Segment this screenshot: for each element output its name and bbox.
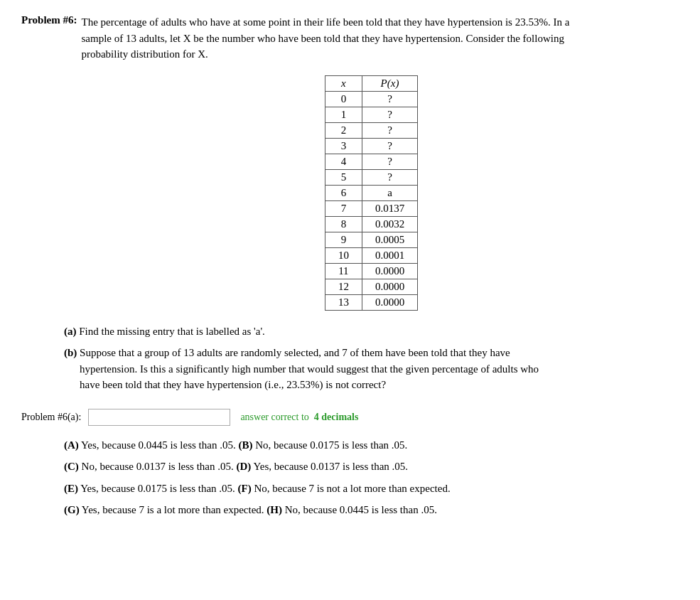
problem-description: The percentage of adults who have at som… <box>81 14 569 63</box>
choices-section: (A) Yes, because 0.0445 is less than .05… <box>64 437 679 518</box>
table-cell-x: 1 <box>325 107 362 122</box>
table-cell-x: 11 <box>325 263 362 279</box>
probability-table: x P(x) 0?1?2?3?4?5?6a70.013780.003290.00… <box>325 75 418 311</box>
problem-text-line2: sample of 13 adults, let X be the number… <box>81 33 564 44</box>
answer-label: Problem #6(a): <box>21 412 81 423</box>
answer-note-bold: 4 decimals <box>314 412 359 422</box>
table-cell-x: 5 <box>325 169 362 185</box>
table-cell-x: 4 <box>325 154 362 169</box>
part-b-line2: hypertension. Is this a significantly hi… <box>80 363 539 375</box>
col-px-header: P(x) <box>362 75 417 91</box>
probability-table-container: x P(x) 0?1?2?3?4?5?6a70.013780.003290.00… <box>64 75 679 311</box>
problem-text-line1: The percentage of adults who have at som… <box>81 16 569 28</box>
col-x-header: x <box>325 75 362 91</box>
choice-row: (A) Yes, because 0.0445 is less than .05… <box>64 437 679 454</box>
choice-text-b: No, because 7 is not a lot more than exp… <box>252 483 451 494</box>
table-cell-x: 12 <box>325 279 362 294</box>
choice-label-b: (D) <box>236 461 251 472</box>
table-cell-x: 13 <box>325 294 362 310</box>
table-cell-px: 0.0000 <box>362 294 417 310</box>
choice-row: (C) No, because 0.0137 is less than .05.… <box>64 459 679 475</box>
part-b-label: (b) <box>64 347 77 358</box>
choice-label-a: (G) <box>64 504 80 515</box>
part-b-line1: Suppose that a group of 13 adults are ra… <box>80 347 510 358</box>
part-b-line3: have been told that they have hypertensi… <box>80 379 386 390</box>
table-cell-px: 0.0000 <box>362 279 417 294</box>
part-b: (b) Suppose that a group of 13 adults ar… <box>64 345 679 393</box>
parts-section: (a) Find the missing entry that is label… <box>64 323 679 393</box>
choice-label-a: (A) <box>64 439 79 451</box>
table-cell-px: 0.0005 <box>362 232 417 247</box>
choice-text-b: No, because 0.0175 is less than .05. <box>252 439 407 451</box>
table-cell-x: 2 <box>325 122 362 138</box>
choice-text-b: No, because 0.0445 is less than .05. <box>282 504 437 515</box>
answer-note: answer correct to 4 decimals <box>240 412 358 423</box>
answer-row: Problem #6(a): answer correct to 4 decim… <box>21 409 679 426</box>
table-cell-px: ? <box>362 107 417 122</box>
table-cell-px: ? <box>362 138 417 154</box>
table-cell-x: 8 <box>325 216 362 232</box>
table-cell-px: 0.0000 <box>362 263 417 279</box>
table-cell-px: 0.0032 <box>362 216 417 232</box>
table-cell-x: 9 <box>325 232 362 247</box>
table-cell-x: 7 <box>325 200 362 216</box>
table-cell-x: 3 <box>325 138 362 154</box>
table-cell-px: 0.0137 <box>362 200 417 216</box>
problem-label: Problem #6: <box>21 14 77 26</box>
choice-label-a: (E) <box>64 483 78 494</box>
table-cell-px: a <box>362 185 417 200</box>
table-cell-px: 0.0001 <box>362 247 417 263</box>
choice-label-b: (F) <box>238 483 252 494</box>
choice-row: (G) Yes, because 7 is a lot more than ex… <box>64 502 679 518</box>
table-cell-px: ? <box>362 169 417 185</box>
part-a: (a) Find the missing entry that is label… <box>64 323 679 340</box>
problem-text-line3: probability distribution for X. <box>81 48 208 60</box>
table-cell-x: 0 <box>325 91 362 107</box>
choice-label-a: (C) <box>64 461 79 472</box>
problem-header: Problem #6: The percentage of adults who… <box>21 14 679 63</box>
part-a-label: (a) <box>64 326 77 337</box>
table-cell-x: 10 <box>325 247 362 263</box>
choice-row: (E) Yes, because 0.0175 is less than .05… <box>64 481 679 497</box>
choice-label-b: (B) <box>238 439 252 451</box>
choice-text-b: Yes, because 0.0137 is less than .05. <box>251 461 408 472</box>
choice-label-b: (H) <box>266 504 282 515</box>
table-cell-x: 6 <box>325 185 362 200</box>
answer-input[interactable] <box>88 409 230 426</box>
choice-text-a: Yes, because 7 is a lot more than expect… <box>80 504 267 515</box>
part-a-text: Find the missing entry that is labelled … <box>79 326 265 337</box>
table-cell-px: ? <box>362 91 417 107</box>
choice-text-a: Yes, because 0.0445 is less than .05. <box>79 439 239 451</box>
table-cell-px: ? <box>362 154 417 169</box>
choice-text-a: No, because 0.0137 is less than .05. <box>79 461 237 472</box>
choice-text-a: Yes, because 0.0175 is less than .05. <box>78 483 238 494</box>
answer-note-text: answer correct to <box>240 412 308 422</box>
table-cell-px: ? <box>362 122 417 138</box>
